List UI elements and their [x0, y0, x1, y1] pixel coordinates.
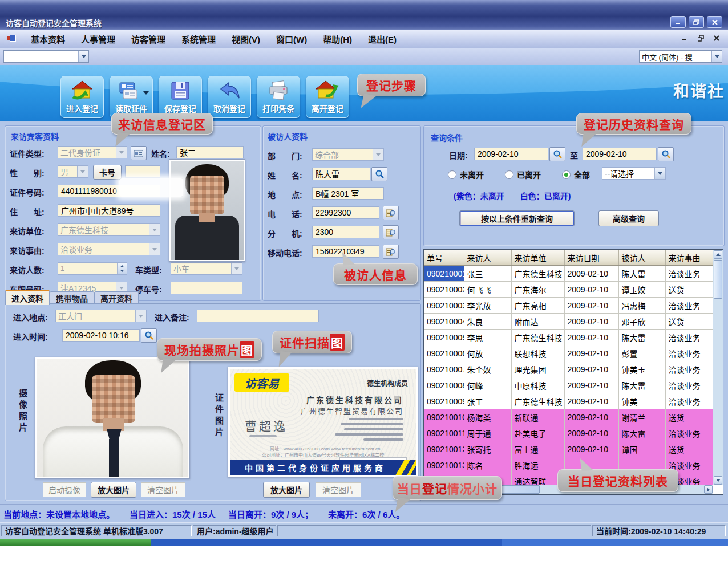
table-cell[interactable]: 2009-02-10: [564, 409, 618, 425]
tab-leave-info[interactable]: 离开资料: [94, 291, 139, 304]
table-cell[interactable]: 通达智联: [511, 473, 564, 486]
table-row[interactable]: 090210008何峰中原科技2009-02-10陈大雷洽谈业务: [424, 377, 713, 393]
zoom-card-button[interactable]: 放大图片: [263, 482, 310, 498]
table-row[interactable]: 090210002何飞飞广东海尔2009-02-10谭玉姣送货: [424, 282, 713, 298]
table-cell[interactable]: 杨海类: [464, 409, 511, 425]
table-cell[interactable]: 洽谈业务: [665, 393, 713, 409]
scroll-up-icon[interactable]: [714, 250, 722, 259]
id-card-reader-icon[interactable]: [131, 146, 147, 160]
table-cell[interactable]: 2009-02-10: [564, 377, 618, 393]
leave-register-button[interactable]: 离开登记: [306, 76, 349, 118]
company-dropdown[interactable]: 广东德生科技: [58, 223, 160, 236]
table-cell[interactable]: 090210008: [424, 377, 464, 393]
mdi-minimize-icon[interactable]: [680, 34, 689, 43]
table-cell[interactable]: 广东德生科技: [511, 330, 564, 345]
table-cell[interactable]: 2009-02-10: [564, 345, 618, 361]
table-cell[interactable]: 洽谈业务: [665, 266, 713, 282]
call-note-icon[interactable]: [383, 245, 399, 259]
table-cell[interactable]: 洽谈业务: [665, 298, 713, 314]
scroll-down-icon[interactable]: [714, 476, 722, 485]
table-cell[interactable]: 陈大雷: [618, 330, 665, 345]
table-cell[interactable]: 陈大雷: [618, 425, 665, 441]
table-cell[interactable]: 2009-02-10: [564, 441, 618, 457]
table-cell[interactable]: 李光放: [464, 298, 511, 314]
visited-name-input[interactable]: 陈大雷: [312, 168, 370, 180]
table-cell[interactable]: 彭置: [618, 345, 665, 361]
col-header[interactable]: 被访人: [618, 250, 665, 266]
scroll-right-icon[interactable]: [704, 485, 713, 494]
chevron-down-icon[interactable]: [78, 51, 88, 62]
col-header[interactable]: 来访日期: [564, 250, 618, 266]
reason-filter-dropdown[interactable]: --请选择: [602, 167, 666, 180]
table-cell[interactable]: 何放: [464, 345, 511, 361]
print-ticket-button[interactable]: 打印凭条: [257, 76, 300, 118]
table-cell[interactable]: 陈名: [464, 457, 511, 473]
table-cell[interactable]: 2009-02-10: [564, 266, 618, 282]
cancel-register-button[interactable]: 取消登记: [208, 76, 251, 118]
table-cell[interactable]: 何峰: [464, 377, 511, 393]
mdi-close-icon[interactable]: [712, 34, 721, 43]
menu-item-system[interactable]: 系统管理: [173, 33, 224, 45]
quick-select-combobox[interactable]: [3, 50, 89, 63]
visitor-name-input[interactable]: 张三: [176, 146, 244, 158]
menu-item-view[interactable]: 视图(V): [224, 33, 268, 45]
table-row[interactable]: 090210004朱良附而达2009-02-10邓子欣送货: [424, 314, 713, 330]
parking-input[interactable]: [171, 282, 242, 294]
table-row[interactable]: 090210012张寄托富士通2009-02-10谭国送货: [424, 441, 713, 457]
car-type-dropdown[interactable]: 小车: [171, 262, 242, 275]
table-cell[interactable]: 送货: [665, 314, 713, 330]
table-cell[interactable]: 谢清兰: [618, 409, 665, 425]
clear-card-button[interactable]: 清空图片: [316, 482, 361, 497]
enter-register-button[interactable]: 进入登记: [60, 76, 104, 118]
table-cell[interactable]: 广东德生科技: [511, 393, 564, 409]
table-cell[interactable]: 洽谈业务: [665, 330, 713, 345]
table-cell[interactable]: 2009-02-10: [564, 298, 618, 314]
table-cell[interactable]: 090210004: [424, 314, 464, 330]
visitor-count-stepper[interactable]: 1: [58, 262, 127, 275]
table-cell[interactable]: 090210005: [424, 330, 464, 345]
table-cell[interactable]: 090210007: [424, 361, 464, 377]
requery-button[interactable]: 按以上条件重新查询: [459, 210, 575, 226]
table-cell[interactable]: 新联通: [511, 409, 564, 425]
menu-item-hr[interactable]: 人事管理: [73, 33, 123, 45]
col-header[interactable]: 来访事由: [665, 250, 713, 266]
clear-photo-button[interactable]: 清空图片: [141, 482, 185, 497]
table-cell[interactable]: 钟美玉: [618, 361, 665, 377]
table-cell[interactable]: 富士通: [511, 441, 564, 457]
table-cell[interactable]: 2009-02-10: [564, 393, 618, 409]
col-header[interactable]: 来访单位: [511, 250, 564, 266]
table-cell[interactable]: 090210002: [424, 282, 464, 298]
table-cell[interactable]: 广东海尔: [511, 282, 564, 298]
table-row[interactable]: 090210009张工广东德生科技2009-02-10钟美洽谈业务: [424, 393, 713, 409]
dept-dropdown[interactable]: 综合部: [312, 148, 384, 161]
radio-left[interactable]: 已离开: [505, 169, 541, 180]
vertical-scroll-thumb[interactable]: [714, 260, 722, 299]
table-cell[interactable]: 冯惠梅: [618, 298, 665, 314]
col-header[interactable]: 单号: [424, 250, 464, 266]
table-cell[interactable]: 2009-02-10: [564, 314, 618, 330]
card-number-input[interactable]: [125, 165, 160, 178]
table-cell[interactable]: 朱个奴: [464, 361, 511, 377]
table-cell[interactable]: 谭国: [618, 441, 665, 457]
read-card-button[interactable]: 读取证件: [110, 76, 153, 118]
col-header[interactable]: 来访人: [464, 250, 511, 266]
table-cell[interactable]: 洽谈业务: [665, 345, 713, 361]
search-icon[interactable]: [371, 167, 387, 181]
restore-icon[interactable]: [689, 16, 704, 28]
table-cell[interactable]: 洽谈业务: [665, 361, 713, 377]
radio-icon[interactable]: [448, 170, 456, 179]
table-cell[interactable]: 赴美电子: [511, 425, 564, 441]
table-cell[interactable]: 090210011: [424, 425, 464, 441]
tab-carried-items[interactable]: 携带物品: [50, 291, 94, 304]
table-cell[interactable]: 联想科技: [511, 345, 564, 361]
menu-item-exit[interactable]: 退出(E): [360, 33, 405, 45]
start-camera-button[interactable]: 启动摄像: [43, 482, 86, 497]
chevron-down-icon[interactable]: [711, 51, 722, 62]
table-row[interactable]: 090210005李思广东德生科技2009-02-10陈大雷洽谈业务: [424, 330, 713, 345]
table-cell[interactable]: 090210006: [424, 345, 464, 361]
minimize-icon[interactable]: [670, 16, 686, 28]
radio-all[interactable]: 全部: [562, 169, 590, 180]
table-cell[interactable]: 理光集团: [511, 361, 564, 377]
table-cell[interactable]: 送货: [665, 441, 713, 457]
table-cell[interactable]: 2009-02-10: [564, 425, 618, 441]
